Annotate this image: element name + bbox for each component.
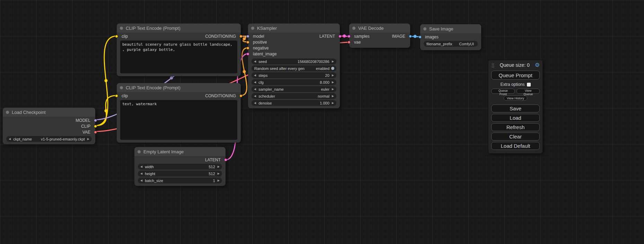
node-clip-text-encode-positive[interactable]: CLIP Text Encode (Prompt) clip CONDITION…	[117, 24, 241, 76]
widget-value: enabled	[316, 66, 329, 71]
right-arrow-icon[interactable]: ▶	[218, 179, 220, 182]
wire-midpoint-dot	[170, 76, 173, 80]
slot-label: IMAGE	[392, 34, 405, 39]
clip-input-dot[interactable]	[115, 35, 118, 38]
negative-input-dot[interactable]	[246, 46, 249, 49]
slot-label: MODEL	[76, 118, 90, 123]
load-default-button[interactable]: Load Default	[491, 142, 540, 150]
scheduler-widget[interactable]: ◀ scheduler normal ▶	[252, 93, 336, 99]
collapse-dot-icon[interactable]	[251, 27, 254, 30]
load-button[interactable]: Load	[491, 114, 540, 122]
node-title-bar[interactable]: VAE Decode	[349, 24, 410, 33]
cfg-widget[interactable]: ◀ cfg 8.000 ▶	[252, 79, 336, 85]
node-load-checkpoint[interactable]: Load Checkpoint MODEL CLIP VAE ◀ ckpt_na…	[3, 108, 95, 144]
left-arrow-icon[interactable]: ◀	[254, 74, 256, 77]
view-history-button[interactable]: View History	[504, 96, 527, 101]
right-arrow-icon[interactable]: ▶	[332, 74, 334, 77]
right-arrow-icon[interactable]: ▶	[332, 95, 334, 98]
conditioning-output-dot[interactable]	[239, 94, 242, 97]
batch-size-widget[interactable]: ◀ batch_size 1 ▶	[138, 178, 222, 183]
collapse-dot-icon[interactable]	[120, 27, 123, 30]
left-arrow-icon[interactable]: ◀	[254, 88, 256, 91]
right-arrow-icon[interactable]: ▶	[218, 172, 220, 175]
images-input-dot[interactable]	[418, 35, 422, 38]
left-arrow-icon[interactable]: ◀	[140, 179, 142, 182]
queue-prompt-button[interactable]: Queue Prompt	[491, 71, 540, 80]
width-widget[interactable]: ◀ width 512 ▶	[138, 164, 222, 170]
slot-label: CONDITIONING	[205, 34, 236, 39]
positive-prompt-textarea[interactable]: beautiful scenery nature glass bottle la…	[120, 40, 237, 73]
latent-output-dot[interactable]	[224, 158, 227, 161]
image-output-dot[interactable]	[409, 35, 412, 38]
drag-handle-icon[interactable]: ⣿	[491, 63, 495, 67]
collapse-dot-icon[interactable]	[6, 111, 9, 114]
node-vae-decode[interactable]: VAE Decode samples IMAGE vae	[349, 24, 410, 48]
left-arrow-icon[interactable]: ◀	[254, 60, 256, 63]
positive-input-dot[interactable]	[246, 40, 249, 44]
clip-output-dot[interactable]	[94, 125, 97, 128]
steps-widget[interactable]: ◀ steps 20 ▶	[252, 72, 336, 78]
vae-output-dot[interactable]	[94, 130, 97, 134]
collapse-dot-icon[interactable]	[352, 27, 355, 30]
right-arrow-icon[interactable]: ▶	[332, 102, 334, 105]
collapse-dot-icon[interactable]	[423, 27, 426, 30]
node-title-bar[interactable]: Save Image	[420, 24, 481, 33]
collapse-dot-icon[interactable]	[138, 150, 141, 153]
vae-input-dot[interactable]	[347, 40, 351, 44]
view-history-row: View History	[504, 96, 527, 101]
widget-label: width	[145, 165, 154, 169]
node-save-image[interactable]: Save Image images filename_prefix ComfyU…	[420, 24, 481, 50]
model-input-dot[interactable]	[246, 35, 249, 38]
node-title-bar[interactable]: KSampler	[248, 24, 340, 33]
clip-input-dot[interactable]	[115, 94, 118, 97]
height-widget[interactable]: ◀ height 512 ▶	[138, 171, 222, 177]
right-arrow-icon[interactable]: ▶	[87, 138, 89, 141]
sampler-name-widget[interactable]: ◀ sampler_name euler ▶	[252, 86, 336, 92]
ckpt-name-widget[interactable]: ◀ ckpt_name v1-5-pruned-emaonly.ckpt ▶	[6, 136, 92, 142]
latent-output-dot[interactable]	[338, 35, 342, 38]
clear-button[interactable]: Clear	[491, 133, 540, 141]
node-ksampler[interactable]: KSampler model LATENT positive negative …	[248, 24, 340, 108]
node-empty-latent-image[interactable]: Empty Latent Image LATENT ◀ width 512 ▶ …	[134, 147, 226, 186]
queue-front-button[interactable]: Queue Front	[491, 89, 515, 94]
input-slot-latent-image: latent_image	[248, 51, 340, 57]
model-output-dot[interactable]	[94, 119, 97, 122]
save-button[interactable]: Save	[491, 105, 540, 112]
right-arrow-icon[interactable]: ▶	[332, 88, 334, 91]
right-arrow-icon[interactable]: ▶	[332, 60, 334, 63]
latent-image-input-dot[interactable]	[246, 52, 249, 55]
settings-gear-icon[interactable]: ⚙	[535, 62, 540, 68]
slot-label: LATENT	[205, 157, 221, 162]
left-arrow-icon[interactable]: ◀	[140, 172, 142, 175]
node-title-bar[interactable]: CLIP Text Encode (Prompt)	[117, 83, 241, 92]
denoise-widget[interactable]: ◀ denoise 1.000 ▶	[252, 100, 336, 106]
left-arrow-icon[interactable]: ◀	[254, 81, 256, 84]
node-graph-canvas[interactable]: { "icons": { "left_arrow": "◀", "right_a…	[0, 0, 644, 244]
slot-label: CONDITIONING	[205, 93, 236, 98]
left-arrow-icon[interactable]: ◀	[254, 95, 256, 98]
node-title-bar[interactable]: Empty Latent Image	[134, 147, 226, 156]
refresh-button[interactable]: Refresh	[491, 123, 540, 131]
node-title: Empty Latent Image	[143, 149, 184, 154]
random-seed-toggle-widget[interactable]: Random seed after every gen enabled	[252, 65, 336, 71]
extra-options-checkbox[interactable]	[527, 83, 531, 87]
negative-prompt-textarea[interactable]: text, watermark	[120, 100, 237, 140]
right-arrow-icon[interactable]: ▶	[332, 81, 334, 84]
toggle-dot[interactable]	[331, 67, 334, 70]
right-arrow-icon[interactable]: ▶	[218, 165, 220, 168]
seed-widget[interactable]: ◀ seed 156680208700286 ▶	[252, 58, 336, 64]
left-arrow-icon[interactable]: ◀	[140, 165, 142, 168]
view-queue-button[interactable]: View Queue	[517, 89, 540, 94]
left-arrow-icon[interactable]: ◀	[254, 102, 256, 105]
node-title-bar[interactable]: CLIP Text Encode (Prompt)	[117, 24, 241, 33]
widget-label: Random seed after every gen	[254, 66, 305, 71]
slot-row-samples-image: samples IMAGE	[349, 33, 410, 39]
conditioning-output-dot[interactable]	[239, 35, 242, 38]
filename-prefix-widget[interactable]: filename_prefix ComfyUI	[424, 41, 478, 47]
node-title-bar[interactable]: Load Checkpoint	[3, 108, 95, 117]
collapse-dot-icon[interactable]	[120, 86, 123, 89]
samples-input-dot[interactable]	[347, 35, 351, 38]
input-slot-positive: positive	[248, 39, 340, 45]
node-clip-text-encode-negative[interactable]: CLIP Text Encode (Prompt) clip CONDITION…	[117, 83, 241, 143]
left-arrow-icon[interactable]: ◀	[9, 138, 11, 141]
